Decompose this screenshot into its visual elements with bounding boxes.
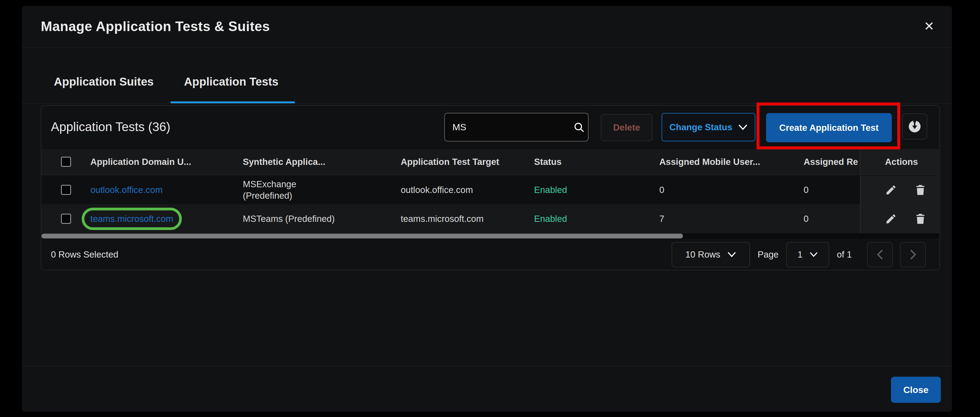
page-count-label: of 1 xyxy=(837,249,852,260)
chevron-down-icon xyxy=(738,124,748,131)
status-badge: Enabled xyxy=(534,214,567,224)
search-input[interactable] xyxy=(452,122,573,133)
synthetic-application-cell: MSTeams (Predefined) xyxy=(243,213,338,224)
trash-icon[interactable] xyxy=(915,213,926,225)
search-icon xyxy=(573,121,585,133)
status-badge: Enabled xyxy=(534,185,567,195)
manage-application-tests-dialog: Manage Application Tests & Suites ✕ Appl… xyxy=(22,6,952,412)
create-application-test-button[interactable]: Create Application Test xyxy=(766,113,892,142)
trash-icon[interactable] xyxy=(915,184,926,196)
edit-pencil-icon[interactable] xyxy=(885,213,897,225)
header-assigned-re[interactable]: Assigned Re xyxy=(803,157,860,167)
row-actions xyxy=(860,204,940,233)
footer-divider xyxy=(22,366,952,367)
close-button-label: Close xyxy=(903,385,929,395)
pagination-bar: 0 Rows Selected 10 Rows Page 1 of 1 xyxy=(41,239,939,270)
close-button[interactable]: Close xyxy=(891,377,941,403)
chevron-left-icon xyxy=(877,249,884,260)
chevron-right-icon xyxy=(910,249,916,260)
table-header-row: Application Domain U... Synthetic Applic… xyxy=(41,149,939,175)
tab-application-tests[interactable]: Application Tests xyxy=(184,75,278,88)
assigned-mobile-users-cell: 0 xyxy=(659,185,803,195)
test-target-cell: outlook.office.com xyxy=(401,185,534,195)
rows-per-page-value: 10 Rows xyxy=(686,249,720,260)
change-status-label: Change Status xyxy=(670,122,732,133)
row-actions xyxy=(860,176,940,204)
tab-bar: Application Suites Application Tests xyxy=(22,48,952,104)
header-assigned-mobile-users[interactable]: Assigned Mobile User... xyxy=(659,157,803,167)
section-title: Application Tests (36) xyxy=(51,119,170,134)
tabs-divider xyxy=(22,103,952,104)
assigned-mobile-users-cell: 7 xyxy=(659,214,803,224)
edit-pencil-icon[interactable] xyxy=(885,184,897,196)
synthetic-application-cell: MSExchange (Predefined) xyxy=(243,179,338,201)
header-application-test-target[interactable]: Application Test Target xyxy=(401,157,534,167)
page-number-value: 1 xyxy=(798,249,802,260)
delete-button[interactable]: Delete xyxy=(601,114,652,141)
table-row[interactable]: outlook.office.com MSExchange (Predefine… xyxy=(41,176,939,204)
delete-button-label: Delete xyxy=(613,122,640,133)
dialog-header: Manage Application Tests & Suites ✕ xyxy=(22,6,952,48)
next-page-button[interactable] xyxy=(900,242,926,267)
chevron-down-icon xyxy=(727,252,736,257)
chevron-down-icon xyxy=(810,252,818,257)
header-status[interactable]: Status xyxy=(534,157,659,167)
dialog-title: Manage Application Tests & Suites xyxy=(41,19,270,34)
change-status-dropdown[interactable]: Change Status xyxy=(662,113,756,141)
header-application-domain[interactable]: Application Domain U... xyxy=(91,157,243,167)
row-checkbox[interactable] xyxy=(61,185,71,195)
tab-application-suites[interactable]: Application Suites xyxy=(54,75,154,88)
page-label: Page xyxy=(757,249,778,260)
header-synthetic-application[interactable]: Synthetic Applica... xyxy=(243,157,401,167)
test-target-cell: teams.microsoft.com xyxy=(401,214,534,224)
row-checkbox[interactable] xyxy=(61,214,71,224)
close-icon[interactable]: ✕ xyxy=(920,18,938,35)
download-button[interactable] xyxy=(902,113,927,139)
horizontal-scrollbar-thumb[interactable] xyxy=(41,233,683,238)
domain-link-teams[interactable]: teams.microsoft.com xyxy=(91,214,173,224)
page-number-dropdown[interactable]: 1 xyxy=(786,242,829,267)
screen-background: Manage Application Tests & Suites ✕ Appl… xyxy=(0,0,980,417)
domain-link-outlook[interactable]: outlook.office.com xyxy=(91,185,162,195)
download-circle-icon xyxy=(908,119,922,134)
assigned-re-cell: 0 xyxy=(803,214,860,224)
rows-selected-label: 0 Rows Selected xyxy=(51,249,118,260)
application-tests-panel: Application Tests (36) Delete Change Sta… xyxy=(41,105,940,270)
table-row[interactable]: teams.microsoft.com MSTeams (Predefined)… xyxy=(41,204,939,233)
assigned-re-cell: 0 xyxy=(803,185,860,195)
previous-page-button[interactable] xyxy=(867,242,893,267)
horizontal-scrollbar-track[interactable] xyxy=(41,233,939,239)
select-all-checkbox[interactable] xyxy=(61,157,71,167)
create-application-test-label: Create Application Test xyxy=(780,123,879,133)
rows-per-page-dropdown[interactable]: 10 Rows xyxy=(671,242,750,267)
header-actions: Actions xyxy=(860,149,940,174)
table-toolbar: Application Tests (36) Delete Change Sta… xyxy=(41,106,939,149)
search-box[interactable] xyxy=(444,113,589,141)
